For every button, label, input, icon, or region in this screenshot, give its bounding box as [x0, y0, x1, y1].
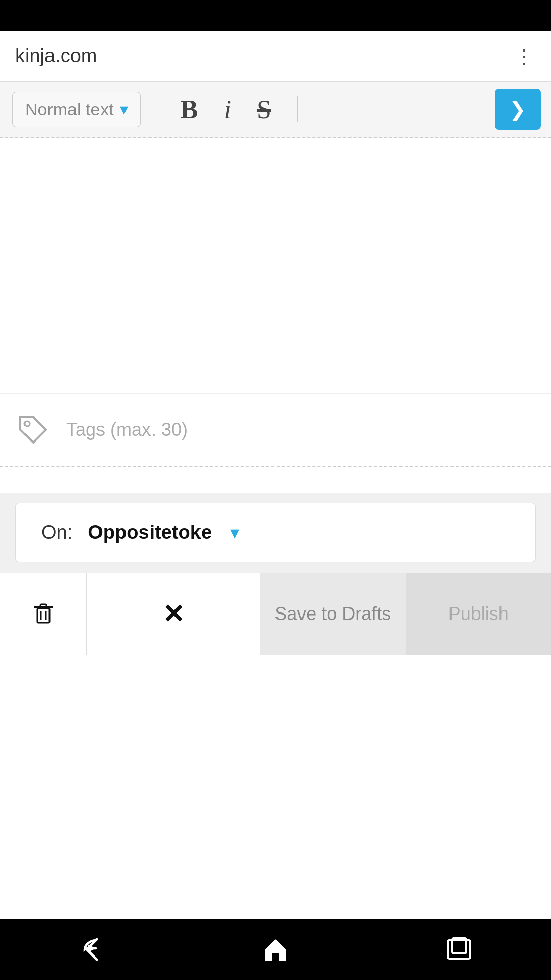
editor-toolbar: Normal text ▾ B i S ❯: [0, 82, 551, 138]
svg-rect-3: [40, 604, 46, 608]
blog-chevron-down-icon: ▾: [230, 522, 239, 544]
browser-menu-icon[interactable]: ⋮: [514, 44, 536, 68]
trash-icon: [30, 600, 57, 628]
expand-arrow-icon: ❯: [509, 97, 527, 121]
blog-selector-label: On:: [41, 522, 72, 544]
status-bar: [0, 0, 551, 31]
svg-rect-1: [37, 608, 49, 623]
address-bar: kinja.com ⋮: [0, 31, 551, 82]
spacer-white: [0, 467, 551, 493]
lower-space: [0, 655, 551, 941]
tags-placeholder: Tags (max. 30): [66, 419, 188, 440]
text-format-dropdown[interactable]: Normal text ▾: [12, 92, 141, 127]
chevron-down-icon: ▾: [120, 100, 128, 119]
expand-toolbar-button[interactable]: ❯: [495, 89, 541, 130]
home-nav-button[interactable]: [255, 929, 296, 970]
tags-area[interactable]: Tags (max. 30): [0, 393, 551, 467]
editor-content-area[interactable]: [0, 138, 551, 393]
bottom-nav-bar: [0, 919, 551, 980]
italic-button[interactable]: i: [219, 94, 236, 125]
close-button[interactable]: ✕: [87, 573, 260, 655]
tag-icon: [15, 412, 51, 448]
publish-button[interactable]: Publish: [406, 573, 552, 655]
blog-selector-value: Oppositetoke: [88, 522, 212, 544]
strikethrough-button[interactable]: S: [252, 94, 277, 125]
text-format-label: Normal text: [25, 100, 114, 119]
save-drafts-button[interactable]: Save to Drafts: [260, 573, 406, 655]
tag-svg-icon: [18, 414, 48, 445]
blog-selector[interactable]: On: Oppositetoke ▾: [15, 503, 536, 562]
delete-button[interactable]: [0, 573, 87, 655]
bold-button[interactable]: B: [176, 94, 204, 125]
back-nav-button[interactable]: [71, 929, 112, 970]
toolbar-separator: [297, 96, 298, 122]
svg-point-0: [24, 421, 30, 426]
recents-nav-button[interactable]: [439, 929, 480, 970]
url-display: kinja.com: [15, 45, 97, 67]
action-buttons-row: ✕ Save to Drafts Publish: [0, 573, 551, 655]
